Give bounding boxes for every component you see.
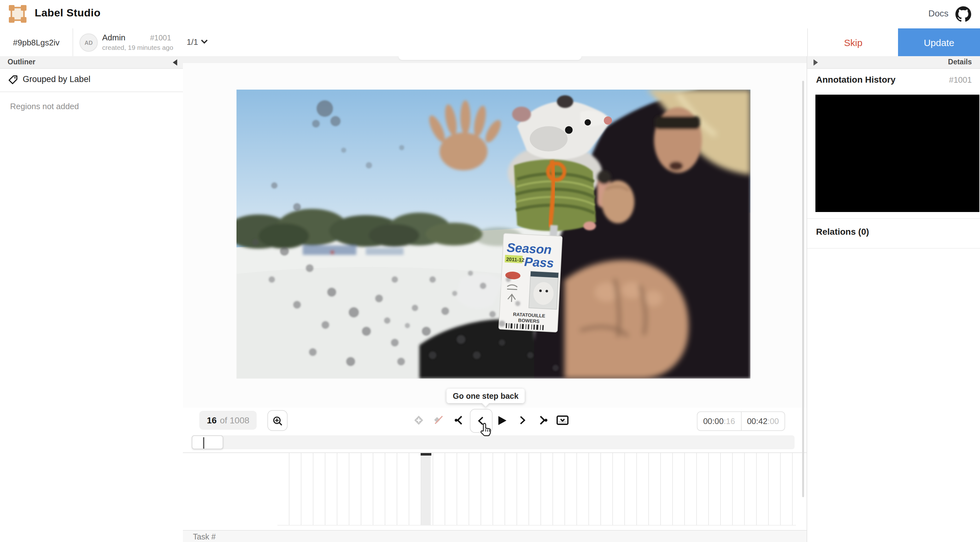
- video-frame[interactable]: Season 2011-12 Pass RATATOUILLE BOWERS: [237, 89, 751, 379]
- details-title: Details: [948, 58, 972, 65]
- current-frame-column[interactable]: [421, 453, 431, 525]
- task-toolbar: #9pb8Lgs2iv AD Admin #1001 created, 19 m…: [0, 29, 980, 57]
- add-keyframe-icon[interactable]: [411, 409, 426, 432]
- zoom-in-icon[interactable]: [267, 410, 288, 431]
- prev-keyframe-icon[interactable]: [452, 409, 467, 432]
- avatar[interactable]: AD: [80, 33, 98, 52]
- annotation-history-thumbnail[interactable]: [815, 95, 979, 212]
- time-total-main: 00:42: [747, 416, 767, 426]
- label-studio-app: Label Studio Docs #9pb8Lgs2iv AD Admin #…: [0, 0, 980, 542]
- outliner-title: Outliner: [8, 58, 35, 65]
- page-title: Label Studio: [35, 7, 100, 19]
- annotation-id: #1001: [150, 33, 171, 42]
- app-header: Label Studio Docs: [0, 0, 980, 29]
- time-current-main: 00:00: [703, 416, 724, 426]
- divider: [807, 248, 980, 249]
- scrolled-panel-edge: [399, 56, 581, 60]
- time-current[interactable]: 00:00:16: [697, 412, 741, 430]
- skip-button[interactable]: Skip: [807, 29, 899, 56]
- collapse-left-icon[interactable]: [173, 59, 177, 65]
- badge-text-name2: BOWERS: [518, 317, 539, 324]
- frame-current: 16: [207, 415, 216, 425]
- annotation-history-id: #1001: [949, 75, 972, 84]
- group-by-label-selector[interactable]: Grouped by Label: [0, 68, 183, 92]
- timeline-ticks[interactable]: [277, 453, 796, 526]
- annotation-pager: 1/1: [187, 37, 198, 47]
- badge-text-pass: Pass: [524, 255, 554, 270]
- annotation-workspace: Season 2011-12 Pass RATATOUILLE BOWERS: [183, 56, 807, 542]
- frame-of-label: of: [220, 415, 227, 425]
- frame-counter[interactable]: 16 of 1008: [199, 411, 257, 430]
- play-icon[interactable]: [494, 409, 509, 432]
- task-footer-bar: Task #: [183, 530, 807, 542]
- details-header: Details: [807, 56, 980, 69]
- tag-icon: [8, 75, 18, 85]
- chevron-down-icon[interactable]: [200, 39, 208, 44]
- frames-timeline[interactable]: [183, 453, 807, 526]
- badge-text-year: 2011-12: [506, 257, 525, 263]
- collapse-right-icon[interactable]: [813, 59, 818, 65]
- keyframe-interpolation-icon[interactable]: [431, 409, 447, 432]
- time-total: 00:42:00: [741, 412, 784, 430]
- time-current-frames: :16: [724, 416, 735, 426]
- time-total-frames: :00: [767, 416, 779, 426]
- group-mode-label: Grouped by Label: [23, 75, 91, 84]
- divider: [807, 218, 980, 219]
- github-icon[interactable]: [955, 6, 971, 22]
- label-studio-logo-icon[interactable]: [9, 5, 27, 23]
- playhead-marker: [203, 437, 204, 449]
- step-forward-icon[interactable]: [515, 409, 530, 432]
- hand-cursor-icon: [478, 421, 493, 438]
- toggle-frames-icon[interactable]: [555, 409, 570, 432]
- outliner-panel: Outliner Grouped by Label Regions not ad…: [0, 56, 183, 542]
- annotation-created-text: created, 19 minutes ago: [102, 43, 173, 51]
- timeline-minimap[interactable]: [192, 435, 795, 449]
- details-panel: Details Annotation History #1001 Relatio…: [807, 56, 980, 542]
- task-id[interactable]: #9pb8Lgs2iv: [0, 29, 73, 56]
- time-display: 00:00:16 00:42:00: [697, 411, 785, 431]
- minimap-viewport-handle[interactable]: [192, 435, 223, 449]
- frame-total: 1008: [230, 415, 250, 425]
- regions-empty-text: Regions not added: [10, 102, 79, 111]
- task-number-label: Task #: [193, 532, 216, 541]
- outliner-header: Outliner: [0, 56, 183, 69]
- next-keyframe-icon[interactable]: [535, 409, 550, 432]
- tooltip: Go one step back: [447, 389, 525, 403]
- annotator-name: Admin: [102, 33, 126, 42]
- relations-title[interactable]: Relations (0): [816, 226, 869, 237]
- vertical-scrollbar[interactable]: [802, 81, 804, 497]
- badge-text-season: Season: [506, 241, 552, 257]
- update-button[interactable]: Update: [898, 29, 980, 56]
- docs-link[interactable]: Docs: [928, 8, 948, 18]
- annotation-history-title: Annotation History: [816, 75, 896, 84]
